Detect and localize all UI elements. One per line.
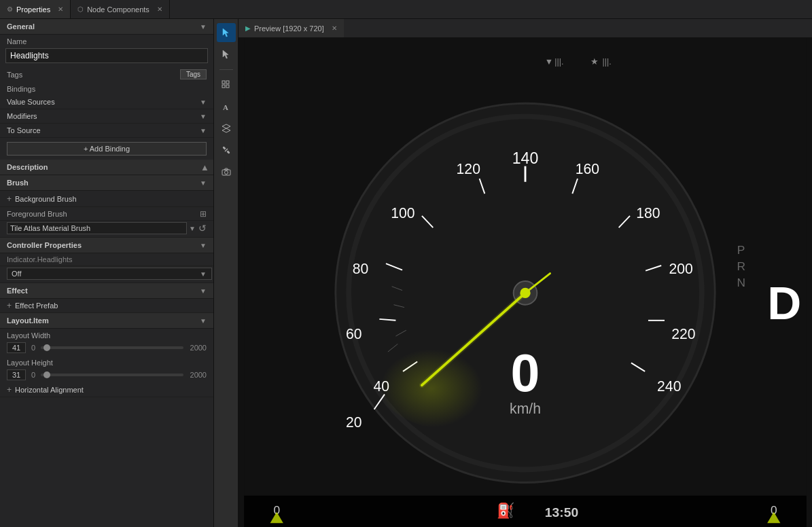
modifiers-arrow: ▼	[200, 113, 207, 120]
background-brush-row: + Background Brush	[0, 191, 213, 207]
svg-text:120: 120	[457, 161, 480, 177]
layout-width-slider-row: 0 2000	[0, 341, 213, 356]
foreground-brush-label: Foreground Brush	[7, 210, 200, 218]
svg-text:D: D	[767, 276, 801, 329]
node-components-tab-close[interactable]: ✕	[157, 5, 162, 13]
layers-tool[interactable]	[217, 119, 236, 138]
properties-tab-close[interactable]: ✕	[58, 5, 63, 13]
effect-section-header[interactable]: Effect ▼	[0, 283, 213, 299]
tile-atlas-brush-row: Tile Atlas Material Brush ▼ ↺	[0, 221, 213, 238]
brush-reset-icon[interactable]: ↺	[198, 223, 207, 234]
tab-properties[interactable]: ⚙ Properties ✕	[0, 0, 71, 18]
controller-section-header[interactable]: Controller Properties ▼	[0, 238, 213, 253]
horizontal-alignment-row: + Horizontal Alignment	[0, 383, 213, 397]
cursor-tool[interactable]	[217, 23, 236, 42]
properties-tab-icon: ⚙	[7, 5, 13, 13]
preview-tab-label: Preview [1920 x 720]	[254, 24, 324, 33]
svg-text:180: 180	[636, 205, 660, 221]
effect-section-title: Effect	[7, 287, 28, 295]
svg-rect-4	[222, 85, 225, 88]
svg-text:160: 160	[576, 161, 599, 177]
effect-prefab-plus[interactable]: +	[7, 301, 12, 310]
brush-dropdown-arrow[interactable]: ▼	[189, 225, 196, 232]
general-section-arrow: ▼	[200, 23, 207, 31]
layout-width-label: Layout Width	[0, 329, 213, 341]
foreground-brush-label-row: Foreground Brush ⊞	[0, 207, 213, 221]
svg-text:▼: ▼	[545, 57, 553, 67]
tags-button[interactable]: Tags	[180, 69, 207, 79]
camera-tool[interactable]	[217, 162, 236, 181]
halign-plus[interactable]: +	[7, 385, 12, 395]
layout-width-max: 2000	[186, 344, 207, 352]
svg-text:60: 60	[346, 326, 362, 342]
tags-row: Tags Tags	[0, 67, 213, 81]
controller-dropdown-row: Off ▼	[0, 266, 213, 283]
svg-text:|||.: |||.	[603, 57, 612, 67]
svg-text:N: N	[737, 276, 745, 289]
foreground-brush-icon[interactable]: ⊞	[200, 209, 207, 219]
svg-text:P: P	[737, 243, 745, 257]
text-tool[interactable]: A	[217, 97, 236, 116]
value-sources-row[interactable]: Value Sources ▼	[0, 95, 213, 109]
halign-label: Horizontal Alignment	[15, 386, 84, 394]
svg-text:A: A	[223, 103, 228, 111]
preview-tab-bar: ▶ Preview [1920 x 720] ✕	[239, 19, 812, 38]
node-components-tab-icon: ⬡	[77, 5, 84, 13]
tile-atlas-brush-select[interactable]: Tile Atlas Material Brush	[7, 222, 187, 234]
preview-tab[interactable]: ▶ Preview [1920 x 720] ✕	[239, 19, 344, 37]
background-brush-plus[interactable]: +	[7, 194, 12, 204]
select-tool[interactable]	[217, 45, 236, 64]
svg-text:★: ★	[590, 57, 599, 67]
description-section-arrow: ▶	[200, 164, 208, 170]
layout-height-min: 0	[29, 371, 38, 379]
layout-width-track[interactable]	[41, 346, 183, 349]
tab-node-components[interactable]: ⬡ Node Components ✕	[71, 0, 170, 18]
preview-tab-close[interactable]: ✕	[332, 24, 337, 32]
preview-area: ▶ Preview [1920 x 720] ✕ ▼ |||. ★ |||.	[239, 19, 812, 527]
general-section-header[interactable]: General ▼	[0, 19, 213, 35]
general-section-title: General	[7, 22, 35, 31]
svg-rect-3	[226, 81, 229, 84]
svg-text:⛽: ⛽	[497, 502, 515, 520]
effect-prefab-row: + Effect Prefab	[0, 299, 213, 313]
node-components-tab-label: Node Components	[87, 5, 149, 14]
tags-label: Tags	[7, 71, 180, 79]
svg-text:200: 200	[669, 261, 692, 276]
add-binding-button[interactable]: + Add Binding	[7, 142, 207, 156]
description-section-header[interactable]: Description ▶	[0, 160, 213, 175]
layout-section-header[interactable]: Layout.Item ▼	[0, 313, 213, 329]
svg-text:R: R	[737, 259, 745, 273]
brush-section-header[interactable]: Brush ▼	[0, 175, 213, 191]
svg-marker-0	[223, 29, 228, 37]
controller-value-select[interactable]: Off	[7, 268, 212, 280]
svg-text:220: 220	[671, 326, 695, 342]
speedometer-container: ▼ |||. ★ |||. 20 40 6	[239, 38, 812, 527]
controller-section-title: Controller Properties	[7, 241, 82, 249]
svg-text:13:50: 13:50	[545, 505, 578, 520]
svg-marker-8	[222, 128, 230, 132]
name-input[interactable]	[5, 48, 208, 63]
background-brush-label: Background Brush	[15, 195, 207, 203]
speedometer-svg: ▼ |||. ★ |||. 20 40 6	[239, 38, 812, 527]
layout-width-thumb	[43, 344, 50, 351]
svg-point-65	[368, 299, 538, 431]
svg-marker-1	[223, 50, 228, 58]
svg-text:140: 140	[512, 149, 539, 167]
layout-height-track[interactable]	[41, 374, 183, 376]
layout-height-input[interactable]	[7, 369, 26, 380]
svg-rect-2	[222, 81, 225, 84]
controller-indicator-label: Indicator.Headlights	[7, 255, 73, 264]
properties-tab-label: Properties	[16, 5, 50, 14]
to-source-row[interactable]: To Source ▼	[0, 124, 213, 138]
svg-text:240: 240	[657, 378, 681, 394]
name-label: Name	[0, 35, 213, 47]
svg-rect-5	[226, 85, 229, 88]
layout-width-input[interactable]	[7, 342, 26, 353]
svg-marker-11	[224, 168, 228, 170]
layout-height-max: 2000	[186, 371, 207, 379]
to-source-arrow: ▼	[200, 127, 207, 134]
svg-marker-7	[222, 124, 230, 128]
link-tool[interactable]	[217, 141, 236, 160]
grid-tool[interactable]	[217, 75, 236, 94]
modifiers-row[interactable]: Modifiers ▼	[0, 109, 213, 124]
